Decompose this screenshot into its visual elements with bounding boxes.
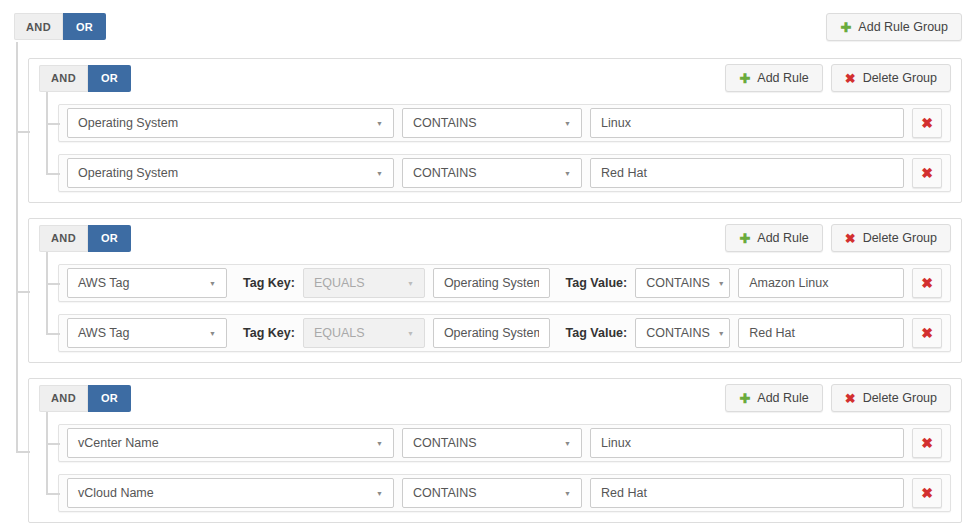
group-actions: ✚ Add Rule ✖ Delete Group [725, 64, 951, 92]
root-and-or-toggle: AND OR [14, 13, 106, 40]
operator-select[interactable]: CONTAINS ▼ [402, 478, 582, 508]
delete-group-label: Delete Group [863, 71, 937, 85]
plus-icon: ✚ [739, 72, 750, 85]
caret-down-icon: ▼ [209, 330, 216, 337]
plus-icon: ✚ [739, 232, 750, 245]
delete-rule-button[interactable]: ✖ [912, 478, 942, 508]
caret-down-icon: ▼ [718, 330, 725, 337]
query-builder: AND OR ✚ Add Rule Group AND OR ✚ Add Rul… [0, 0, 972, 527]
delete-group-button[interactable]: ✖ Delete Group [831, 224, 951, 252]
caret-down-icon: ▼ [407, 330, 414, 337]
delete-rule-button[interactable]: ✖ [912, 268, 942, 298]
rule-group-list: AND OR ✚ Add Rule ✖ Delete Group [14, 58, 962, 523]
delete-rule-button[interactable]: ✖ [912, 158, 942, 188]
group-and-button[interactable]: AND [39, 385, 88, 412]
operator-select[interactable]: CONTAINS ▼ [402, 158, 582, 188]
group-header: AND OR ✚ Add Rule ✖ Delete Group [39, 224, 951, 252]
tag-key-input[interactable] [433, 318, 550, 348]
rule-row: AWS Tag ▼ Tag Key: EQUALS ▼ Tag Value: C… [58, 264, 951, 302]
field-select[interactable]: Operating System ▼ [67, 108, 394, 138]
rule-group: AND OR ✚ Add Rule ✖ Delete Group [28, 218, 962, 363]
delete-group-label: Delete Group [863, 231, 937, 245]
field-select-value: vCloud Name [78, 486, 154, 500]
add-rule-label: Add Rule [757, 231, 808, 245]
operator-select-value: CONTAINS [413, 436, 477, 450]
value-input[interactable] [590, 478, 904, 508]
caret-down-icon: ▼ [564, 170, 571, 177]
field-select-value: Operating System [78, 116, 178, 130]
rule-group: AND OR ✚ Add Rule ✖ Delete Group [28, 58, 962, 203]
field-select[interactable]: vCenter Name ▼ [67, 428, 394, 458]
operator-select[interactable]: CONTAINS ▼ [402, 108, 582, 138]
value-input[interactable] [590, 108, 904, 138]
operator-select-value: CONTAINS [646, 326, 710, 340]
operator-select-value: CONTAINS [646, 276, 710, 290]
add-rule-group-button[interactable]: ✚ Add Rule Group [826, 13, 962, 41]
group-actions: ✚ Add Rule ✖ Delete Group [725, 384, 951, 412]
field-select-value: Operating System [78, 166, 178, 180]
rule-list: vCenter Name ▼ CONTAINS ▼ ✖ vCloud Name [39, 424, 951, 512]
tag-key-label: Tag Key: [243, 326, 295, 340]
field-select[interactable]: vCloud Name ▼ [67, 478, 394, 508]
tag-value-label: Tag Value: [566, 276, 628, 290]
rule-row: vCloud Name ▼ CONTAINS ▼ ✖ [58, 474, 951, 512]
field-select-value: AWS Tag [78, 276, 129, 290]
group-or-button[interactable]: OR [88, 65, 131, 92]
add-rule-button[interactable]: ✚ Add Rule [725, 384, 822, 412]
delete-rule-button[interactable]: ✖ [912, 108, 942, 138]
tag-key-operator-value: EQUALS [314, 326, 365, 340]
operator-select[interactable]: CONTAINS ▼ [635, 268, 730, 298]
group-and-button[interactable]: AND [39, 65, 88, 92]
delete-group-button[interactable]: ✖ Delete Group [831, 384, 951, 412]
operator-select[interactable]: CONTAINS ▼ [402, 428, 582, 458]
caret-down-icon: ▼ [718, 280, 725, 287]
tag-key-label: Tag Key: [243, 276, 295, 290]
value-input[interactable] [738, 268, 904, 298]
delete-group-button[interactable]: ✖ Delete Group [831, 64, 951, 92]
caret-down-icon: ▼ [376, 440, 383, 447]
delete-icon: ✖ [921, 166, 933, 180]
delete-icon: ✖ [921, 116, 933, 130]
add-rule-button[interactable]: ✚ Add Rule [725, 64, 822, 92]
group-and-button[interactable]: AND [39, 225, 88, 252]
group-and-or-toggle: AND OR [39, 385, 131, 412]
add-rule-label: Add Rule [757, 71, 808, 85]
rule-list: AWS Tag ▼ Tag Key: EQUALS ▼ Tag Value: C… [39, 264, 951, 352]
field-select[interactable]: Operating System ▼ [67, 158, 394, 188]
value-input[interactable] [590, 428, 904, 458]
value-input[interactable] [590, 158, 904, 188]
delete-group-label: Delete Group [863, 391, 937, 405]
group-and-or-toggle: AND OR [39, 225, 131, 252]
add-rule-group-label: Add Rule Group [858, 20, 948, 34]
caret-down-icon: ▼ [407, 280, 414, 287]
operator-select-value: CONTAINS [413, 486, 477, 500]
delete-icon: ✖ [845, 392, 856, 405]
field-select[interactable]: AWS Tag ▼ [67, 318, 227, 348]
caret-down-icon: ▼ [209, 280, 216, 287]
rule-row: Operating System ▼ CONTAINS ▼ ✖ [58, 104, 951, 142]
field-select[interactable]: AWS Tag ▼ [67, 268, 227, 298]
group-and-or-toggle: AND OR [39, 65, 131, 92]
group-header: AND OR ✚ Add Rule ✖ Delete Group [39, 384, 951, 412]
operator-select-value: CONTAINS [413, 166, 477, 180]
delete-icon: ✖ [921, 326, 933, 340]
tag-key-input[interactable] [433, 268, 550, 298]
add-rule-button[interactable]: ✚ Add Rule [725, 224, 822, 252]
group-or-button[interactable]: OR [88, 385, 131, 412]
delete-rule-button[interactable]: ✖ [912, 428, 942, 458]
operator-select[interactable]: CONTAINS ▼ [635, 318, 730, 348]
tag-value-label: Tag Value: [566, 326, 628, 340]
delete-rule-button[interactable]: ✖ [912, 318, 942, 348]
add-rule-label: Add Rule [757, 391, 808, 405]
field-select-value: vCenter Name [78, 436, 159, 450]
group-or-button[interactable]: OR [88, 225, 131, 252]
root-and-button[interactable]: AND [14, 13, 63, 40]
delete-icon: ✖ [921, 486, 933, 500]
value-input[interactable] [738, 318, 904, 348]
delete-icon: ✖ [845, 232, 856, 245]
delete-icon: ✖ [921, 276, 933, 290]
tag-key-operator-value: EQUALS [314, 276, 365, 290]
rule-row: AWS Tag ▼ Tag Key: EQUALS ▼ Tag Value: C… [58, 314, 951, 352]
delete-icon: ✖ [845, 72, 856, 85]
root-or-button[interactable]: OR [63, 13, 106, 40]
